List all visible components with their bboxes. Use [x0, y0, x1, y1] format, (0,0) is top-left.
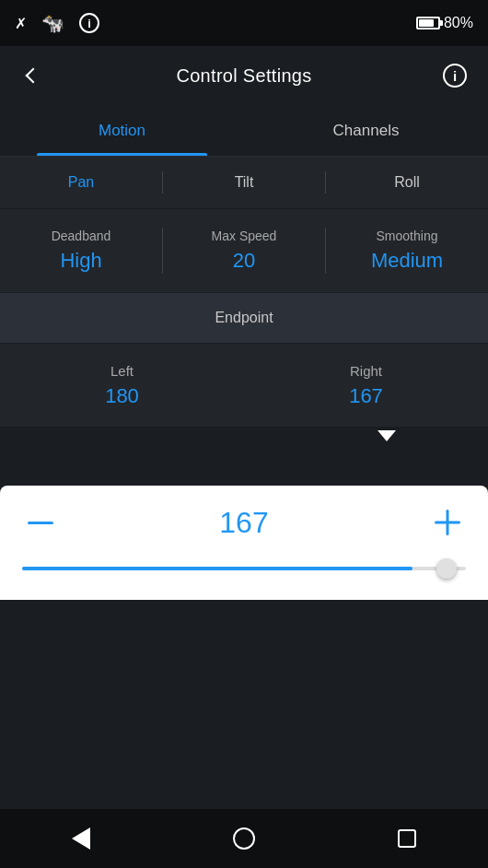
- smoothing-label: Smoothing: [377, 229, 438, 243]
- minus-icon: [28, 522, 53, 524]
- deadband-label: Deadband: [52, 229, 111, 243]
- slider-current-value: 167: [219, 506, 268, 540]
- info-button[interactable]: i: [436, 57, 473, 94]
- smoothing-cell: Smoothing Medium: [326, 229, 488, 273]
- settings-row: Deadband High Max Speed 20 Smoothing Med…: [0, 209, 488, 292]
- status-bar: ✗ 🐄 i 80%: [0, 0, 488, 46]
- slider-panel: 167: [0, 486, 488, 600]
- left-value: 180: [105, 384, 139, 408]
- bluetooth-icon: ✗: [15, 15, 27, 32]
- bottom-filler: [0, 600, 488, 809]
- nav-recent-button[interactable]: [385, 816, 429, 861]
- endpoint-label: Endpoint: [215, 310, 273, 326]
- endpoint-section: Endpoint: [0, 293, 488, 343]
- right-label: Right: [350, 363, 382, 379]
- content-area: [0, 449, 488, 486]
- back-chevron-icon: [26, 68, 41, 84]
- tab-channels[interactable]: Channels: [244, 105, 488, 156]
- slider-track[interactable]: [22, 559, 466, 578]
- increment-button[interactable]: [429, 504, 466, 541]
- back-button[interactable]: [15, 57, 52, 94]
- status-bar-left: ✗ 🐄 i: [15, 12, 99, 34]
- decrement-button[interactable]: [22, 504, 59, 541]
- nav-home-icon: [233, 827, 255, 850]
- deadband-value: High: [60, 249, 101, 273]
- right-cell: Right 167: [244, 363, 488, 408]
- left-cell: Left 180: [0, 363, 244, 408]
- header: Control Settings i: [0, 46, 488, 105]
- down-arrow-icon: [378, 430, 396, 441]
- slider-thumb[interactable]: [436, 558, 457, 579]
- battery-status: 80%: [416, 15, 473, 31]
- bottom-nav: [0, 809, 488, 868]
- sub-tab-pan[interactable]: Pan: [0, 157, 162, 208]
- slider-track-fill: [22, 567, 412, 570]
- info-status-icon: i: [79, 13, 99, 33]
- sub-tabs: Pan Tilt Roll: [0, 157, 488, 208]
- lr-row: Left 180 Right 167: [0, 344, 488, 427]
- right-value: 167: [349, 384, 383, 408]
- nav-back-icon: [72, 827, 90, 850]
- page-title: Control Settings: [176, 65, 311, 87]
- battery-percent: 80%: [444, 15, 473, 31]
- nav-back-button[interactable]: [59, 816, 103, 861]
- deadband-cell: Deadband High: [0, 229, 162, 273]
- sub-tab-tilt[interactable]: Tilt: [163, 157, 325, 208]
- down-arrow-row: [0, 427, 488, 449]
- battery-icon: [416, 17, 440, 29]
- sub-tab-roll[interactable]: Roll: [326, 157, 488, 208]
- plus-icon: [435, 510, 460, 535]
- device-icon: 🐄: [41, 12, 64, 34]
- max-speed-label: Max Speed: [212, 229, 277, 243]
- battery-fill: [419, 19, 434, 27]
- left-label: Left: [110, 363, 134, 379]
- main-tabs: Motion Channels: [0, 105, 488, 157]
- info-circle-icon: i: [443, 64, 467, 88]
- max-speed-value: 20: [233, 249, 255, 273]
- nav-home-button[interactable]: [222, 816, 266, 861]
- tab-motion[interactable]: Motion: [0, 105, 244, 156]
- nav-recent-icon: [398, 829, 416, 848]
- smoothing-value: Medium: [371, 249, 443, 273]
- slider-value-row: 167: [22, 504, 466, 541]
- max-speed-cell: Max Speed 20: [163, 229, 325, 273]
